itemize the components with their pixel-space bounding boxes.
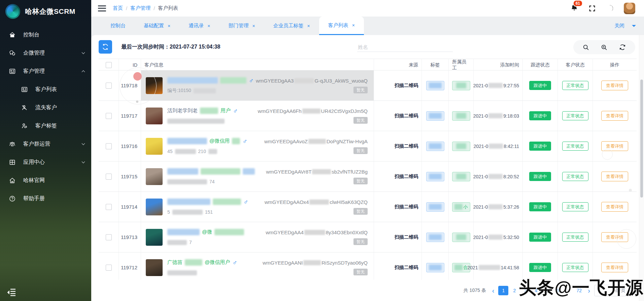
- row-checkbox[interactable]: [106, 174, 112, 180]
- table-row: 11971574wmGYEEDgAAVr8Tsb2vfNTfUZ2Bg暂无扫描二…: [99, 161, 637, 192]
- staff-cell: [449, 161, 474, 191]
- breadcrumb-item[interactable]: 首页: [113, 5, 123, 11]
- row-checkbox[interactable]: [106, 83, 112, 89]
- blurred-tag-bar: [429, 83, 442, 88]
- search-icon[interactable]: [582, 44, 589, 51]
- row-checkbox[interactable]: [106, 143, 112, 149]
- blurred-staff-bar: [454, 265, 463, 270]
- view-detail-button[interactable]: 查看详情: [601, 263, 628, 272]
- usertag-icon: [21, 122, 29, 129]
- customer-number-fragment: 45: [167, 149, 173, 154]
- view-detail-button[interactable]: 查看详情: [601, 141, 628, 151]
- dark-mode-moon-icon[interactable]: [606, 4, 614, 12]
- row-checkbox[interactable]: [106, 234, 112, 240]
- header-checkbox[interactable]: [106, 62, 112, 68]
- reset-search-icon[interactable]: [619, 43, 626, 51]
- external-id-block: wmGYEEDgAAvoZDoPgNZTiw-HvgA暂无: [264, 139, 369, 154]
- search-input[interactable]: [357, 42, 453, 52]
- customer-avatar: [146, 229, 163, 246]
- blurred-name-bar: [243, 168, 255, 175]
- content-panel: 最后一次同步时间：2021-07-27 15:04:38 ID客户信息来源标签所…: [91, 35, 644, 301]
- pagination-page[interactable]: 2: [510, 286, 519, 295]
- lost-icon: [21, 104, 29, 111]
- customer-status-badge[interactable]: 正常状态: [562, 142, 588, 151]
- row-checkbox[interactable]: [106, 204, 112, 210]
- tab-close-icon[interactable]: ×: [252, 23, 255, 29]
- customer-number-line: 编号:10150: [167, 87, 251, 94]
- view-detail-button[interactable]: 查看详情: [601, 111, 628, 121]
- tab-close-icon[interactable]: ×: [352, 23, 355, 28]
- staff-cell: 小: [449, 192, 474, 222]
- staff-cell: [449, 131, 474, 161]
- chevron-down-icon[interactable]: [632, 25, 636, 29]
- tab-基础配置[interactable]: 基础配置×: [135, 17, 179, 35]
- sidebar-item-official-site[interactable]: 哈林官网: [0, 171, 91, 189]
- sync-refresh-button[interactable]: [99, 40, 112, 54]
- blurred-date-bar: [488, 204, 503, 209]
- external-userid-suffix: clwHI5aK63QZQ: [330, 199, 368, 205]
- blurred-number-bar: [167, 240, 187, 245]
- external-userid: wmGYEEDgAANIRiSzynSDTyao06yQ: [263, 260, 368, 266]
- fullscreen-icon[interactable]: [588, 5, 596, 12]
- sidebar-item-customer-manage[interactable]: 客户管理: [0, 62, 91, 80]
- scrollbar-thumb[interactable]: [640, 80, 643, 198]
- follow-status-badge[interactable]: 跟进中: [529, 233, 551, 242]
- customer-info-cell: 广德苗@微信用户♂wmGYEEDgAANIRiSzynSDTyao06yQ暂无: [141, 252, 374, 282]
- sidebar-item-customer-tag[interactable]: 客户标签: [0, 117, 91, 135]
- tab-close-icon[interactable]: ×: [207, 23, 210, 29]
- no-tag-badge: 暂无: [353, 178, 368, 184]
- customer-status-badge[interactable]: 正常状态: [562, 202, 588, 211]
- pagination-prev-icon[interactable]: ‹: [491, 287, 496, 294]
- tab-客户列表[interactable]: 客户列表×: [319, 17, 364, 35]
- view-detail-button[interactable]: 查看详情: [601, 81, 628, 90]
- row-checkbox-cell: [99, 192, 119, 222]
- row-checkbox[interactable]: [106, 113, 112, 119]
- blurred-staff-bar: [456, 234, 466, 240]
- sidebar-item-lost-customer[interactable]: 流失客户: [0, 98, 91, 117]
- user-avatar[interactable]: [624, 3, 635, 14]
- close-tabs-button[interactable]: 关闭: [614, 23, 624, 29]
- customer-name-block: ♂编号:10150: [167, 77, 251, 94]
- view-detail-button[interactable]: 查看详情: [601, 202, 628, 212]
- view-detail-button[interactable]: 查看详情: [601, 232, 628, 242]
- follow-status-badge[interactable]: 跟进中: [529, 172, 551, 181]
- row-checkbox[interactable]: [106, 265, 112, 271]
- follow-status-badge[interactable]: 跟进中: [529, 263, 551, 272]
- no-tag-badge: 暂无: [353, 269, 368, 275]
- notification-bell-icon[interactable]: 61: [570, 4, 578, 13]
- tab-控制台[interactable]: 控制台: [101, 17, 135, 35]
- tab-label: 基础配置: [144, 23, 164, 29]
- sidebar-item-wecom-manage[interactable]: 企微管理: [0, 44, 91, 62]
- hamburger-menu-icon[interactable]: [98, 5, 106, 11]
- blurred-name-bar: [167, 138, 207, 144]
- follow-status-badge[interactable]: 跟进中: [529, 111, 551, 120]
- sidebar-item-console[interactable]: 控制台: [0, 26, 91, 44]
- customer-status-badge[interactable]: 正常状态: [562, 81, 588, 90]
- customer-number-fragment: 151: [205, 209, 213, 215]
- customer-status-badge[interactable]: 正常状态: [562, 263, 588, 272]
- customer-avatar: [146, 77, 163, 94]
- follow-status-badge[interactable]: 跟进中: [529, 142, 551, 151]
- customer-tag-chip: [426, 111, 444, 121]
- sidebar-item-label: 哈林官网: [23, 177, 45, 184]
- customer-status-badge[interactable]: 正常状态: [562, 233, 588, 242]
- follow-status-badge[interactable]: 跟进中: [529, 202, 551, 211]
- customer-status-badge[interactable]: 正常状态: [562, 111, 588, 120]
- sidebar-item-customer-list[interactable]: 客户列表: [0, 80, 91, 98]
- collapse-sidebar-button[interactable]: [7, 288, 17, 297]
- customer-status-badge[interactable]: 正常状态: [562, 172, 588, 181]
- sidebar-item-help-manual[interactable]: 帮助手册: [0, 189, 91, 208]
- tab-企业员工标签[interactable]: 企业员工标签×: [264, 17, 319, 35]
- source-cell: 扫描二维码: [374, 222, 422, 252]
- follow-status-badge[interactable]: 跟进中: [529, 81, 551, 90]
- tab-部门管理[interactable]: 部门管理×: [219, 17, 264, 35]
- tab-close-icon[interactable]: ×: [307, 23, 310, 29]
- zoom-search-icon[interactable]: [601, 44, 608, 51]
- tab-通讯录[interactable]: 通讯录×: [179, 17, 219, 35]
- sidebar-item-group-ops[interactable]: 客户群运营: [0, 135, 91, 153]
- view-detail-button[interactable]: 查看详情: [601, 172, 628, 181]
- tab-close-icon[interactable]: ×: [168, 23, 170, 29]
- pagination-page[interactable]: 1: [498, 286, 508, 295]
- sidebar-item-app-center[interactable]: 应用中心: [0, 153, 91, 171]
- breadcrumb-item[interactable]: 客户管理: [130, 5, 150, 11]
